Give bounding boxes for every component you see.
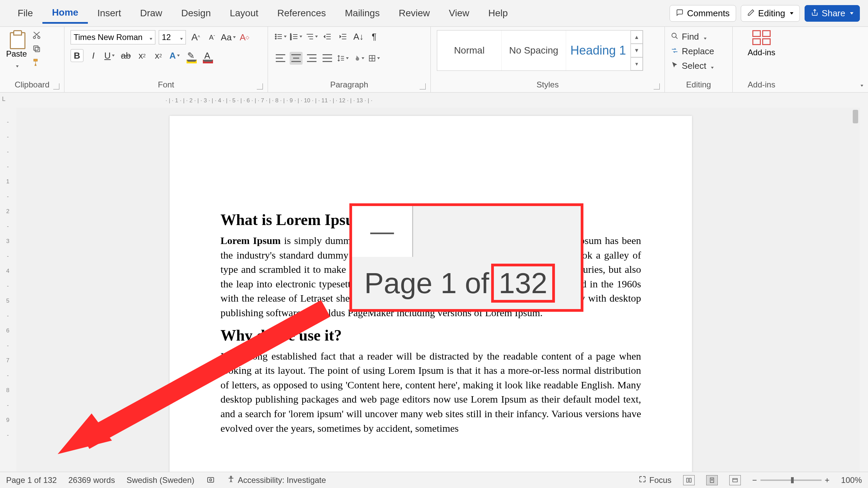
- strikethrough-button[interactable]: ab: [119, 49, 132, 62]
- heading-2[interactable]: Why do we use it?: [220, 326, 641, 344]
- replace-button[interactable]: Replace: [671, 45, 714, 58]
- horizontal-ruler[interactable]: · | · 1 · | · 2 · | · 3 · | · 4 · | · 5 …: [16, 96, 860, 106]
- zoom-level[interactable]: 100%: [841, 475, 862, 485]
- font-size-combo[interactable]: 12: [159, 30, 186, 44]
- status-language[interactable]: Swedish (Sweden): [127, 475, 194, 485]
- shrink-font-button[interactable]: Aˇ: [206, 31, 218, 44]
- svg-rect-41: [733, 478, 737, 482]
- chevron-down-icon: [702, 32, 707, 42]
- show-marks-button[interactable]: ¶: [368, 30, 381, 43]
- font-family-combo[interactable]: Times New Roman: [71, 30, 155, 44]
- borders-button[interactable]: [368, 52, 381, 65]
- dialog-launcher-icon[interactable]: [53, 83, 59, 89]
- group-label-paragraph: Paragraph: [274, 78, 424, 92]
- tab-design[interactable]: Design: [172, 4, 220, 23]
- macro-icon[interactable]: [206, 475, 215, 485]
- clipboard-icon: [7, 30, 26, 48]
- highlight-button[interactable]: ✎: [185, 49, 197, 62]
- comments-button[interactable]: Comments: [670, 5, 736, 22]
- tab-layout[interactable]: Layout: [220, 4, 268, 23]
- addins-button[interactable]: Add-ins: [748, 48, 775, 57]
- callout-dash-icon: —: [352, 206, 413, 257]
- tab-insert[interactable]: Insert: [88, 4, 131, 23]
- format-painter-button[interactable]: [32, 57, 42, 67]
- text-effects-button[interactable]: A: [168, 49, 181, 62]
- styles-scroll-up[interactable]: ▲: [631, 30, 643, 44]
- superscript-button[interactable]: x2: [152, 49, 165, 62]
- status-page[interactable]: Page 1 of 132: [6, 475, 57, 485]
- group-paragraph: 123 A↓ ¶: [268, 27, 431, 92]
- dialog-launcher-icon[interactable]: [654, 83, 660, 89]
- comments-label: Comments: [687, 8, 730, 19]
- group-label-clipboard: Clipboard: [6, 78, 58, 92]
- line-spacing-button[interactable]: [336, 52, 349, 65]
- svg-point-6: [275, 36, 276, 37]
- align-left-button[interactable]: [274, 52, 287, 65]
- chevron-down-icon: [15, 60, 19, 69]
- bold-button[interactable]: B: [71, 49, 83, 62]
- cursor-icon: [671, 61, 678, 71]
- zoom-slider[interactable]: − +: [752, 475, 830, 485]
- italic-button[interactable]: I: [87, 49, 100, 62]
- change-case-button[interactable]: Aa: [222, 31, 235, 44]
- zoom-in-button[interactable]: +: [825, 475, 830, 485]
- zoom-track[interactable]: [760, 480, 822, 481]
- collapse-ribbon-button[interactable]: [859, 82, 863, 88]
- underline-button[interactable]: U: [103, 49, 116, 62]
- tab-help[interactable]: Help: [479, 4, 517, 23]
- print-layout-view-button[interactable]: [706, 475, 718, 485]
- paragraph-2[interactable]: It is a long established fact that a rea…: [220, 349, 641, 436]
- decrease-indent-button[interactable]: [321, 30, 334, 43]
- status-accessibility[interactable]: Accessibility: Investigate: [227, 475, 326, 485]
- paste-button[interactable]: Paste: [6, 30, 27, 69]
- increase-indent-button[interactable]: [336, 30, 349, 43]
- multilevel-list-button[interactable]: [305, 30, 318, 43]
- sort-button[interactable]: A↓: [352, 30, 365, 43]
- find-button[interactable]: Find: [671, 30, 707, 43]
- focus-mode-button[interactable]: Focus: [638, 475, 671, 485]
- styles-expand[interactable]: ▾: [631, 57, 643, 70]
- shading-button[interactable]: [352, 52, 365, 65]
- bullets-button[interactable]: [274, 30, 287, 43]
- tab-draw[interactable]: Draw: [131, 4, 172, 23]
- justify-button[interactable]: [321, 52, 334, 65]
- web-layout-view-button[interactable]: [729, 475, 741, 485]
- scrollbar-thumb[interactable]: [853, 110, 858, 123]
- select-button[interactable]: Select: [671, 59, 714, 73]
- tab-file[interactable]: File: [8, 4, 42, 23]
- tab-view[interactable]: View: [439, 4, 479, 23]
- font-size-value: 12: [162, 33, 171, 42]
- align-center-button[interactable]: [290, 52, 303, 65]
- style-normal[interactable]: Normal: [437, 30, 502, 70]
- style-heading-1[interactable]: Heading 1: [566, 30, 631, 70]
- styles-gallery[interactable]: Normal No Spacing Heading 1 ▲ ▼ ▾: [437, 30, 643, 71]
- zoom-out-button[interactable]: −: [752, 475, 757, 485]
- tab-references[interactable]: References: [268, 4, 335, 23]
- numbering-button[interactable]: 123: [290, 30, 303, 43]
- status-bar: Page 1 of 132 26369 words Swedish (Swede…: [0, 472, 868, 488]
- styles-scroll-down[interactable]: ▼: [631, 44, 643, 57]
- vertical-scrollbar[interactable]: [852, 108, 859, 472]
- tab-home[interactable]: Home: [42, 3, 88, 24]
- paste-label: Paste: [6, 49, 27, 59]
- callout-highlighted-total: 132: [491, 264, 555, 303]
- tab-review[interactable]: Review: [389, 4, 439, 23]
- style-no-spacing[interactable]: No Spacing: [502, 30, 566, 70]
- clear-formatting-button[interactable]: A◇: [238, 31, 251, 44]
- zoom-knob[interactable]: [791, 477, 794, 483]
- subscript-button[interactable]: x2: [136, 49, 149, 62]
- editing-mode-button[interactable]: Editing: [741, 5, 800, 22]
- grow-font-button[interactable]: A^: [189, 31, 202, 44]
- tab-mailings[interactable]: Mailings: [335, 4, 389, 23]
- dialog-launcher-icon[interactable]: [420, 83, 426, 89]
- dialog-launcher-icon[interactable]: [257, 83, 263, 89]
- read-mode-view-button[interactable]: [683, 475, 695, 485]
- cut-button[interactable]: [32, 30, 42, 40]
- status-word-count[interactable]: 26369 words: [68, 475, 115, 485]
- vertical-ruler[interactable]: -- -- 1- 2- 3- 4- 5- 6- 7- 8- 9-: [2, 108, 14, 472]
- share-button[interactable]: Share: [805, 5, 860, 22]
- group-font: Times New Roman 12 A^ Aˇ Aa A◇ B I U ab …: [64, 27, 268, 92]
- font-color-button[interactable]: A: [201, 49, 214, 62]
- align-right-button[interactable]: [305, 52, 318, 65]
- copy-button[interactable]: [32, 44, 42, 54]
